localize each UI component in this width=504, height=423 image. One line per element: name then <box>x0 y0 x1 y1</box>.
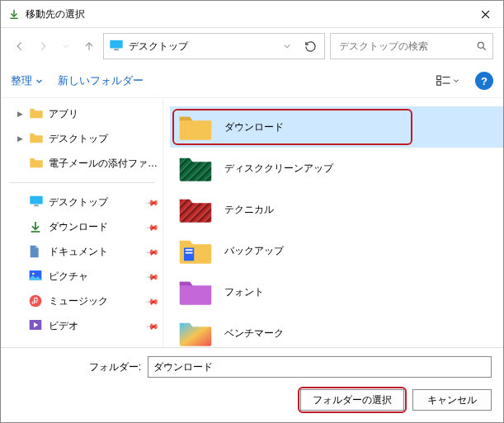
download-arrow-icon <box>7 7 21 21</box>
list-item[interactable]: バックアップ <box>170 230 503 271</box>
sidebar-pinned-item[interactable]: ▶ ビデオ 📌 <box>1 313 163 338</box>
pin-icon: 📌 <box>146 245 159 258</box>
cancel-label: キャンセル <box>427 394 477 406</box>
recent-locations-button[interactable] <box>57 35 75 58</box>
folder-icon <box>178 235 213 266</box>
refresh-button[interactable] <box>299 35 321 58</box>
address-dropdown[interactable] <box>280 35 294 58</box>
item-label: ディスククリーンアップ <box>224 162 333 176</box>
download-icon <box>29 220 44 233</box>
new-folder-label: 新しいフォルダー <box>58 73 144 88</box>
folder-icon <box>178 111 213 143</box>
svg-rect-7 <box>30 196 42 204</box>
sidebar-item-label: ミュージック <box>49 294 143 308</box>
chevron-down-icon <box>453 78 459 84</box>
organize-label: 整理 <box>11 73 32 88</box>
folder-name-row: フォルダー: <box>12 356 492 378</box>
list-item[interactable]: ベンチマーク <box>170 313 503 347</box>
navbar: デスクトップ <box>1 28 503 64</box>
sidebar-pinned-item[interactable]: ▶ ミュージック 📌 <box>1 289 163 313</box>
chevron-down-icon <box>35 78 43 85</box>
back-button[interactable] <box>11 35 29 58</box>
folder-icon <box>178 194 213 225</box>
sidebar-pinned-item[interactable]: ▶ デスクトップ 📌 <box>1 190 163 214</box>
folder-field-label: フォルダー: <box>12 360 141 374</box>
svg-point-2 <box>478 42 483 48</box>
folder-icon <box>29 132 44 145</box>
list-item[interactable]: ダウンロード <box>170 106 503 148</box>
sidebar-item-label: ピクチャ <box>49 270 143 284</box>
svg-rect-19 <box>186 252 193 254</box>
sidebar-item-label: ビデオ <box>49 319 143 333</box>
folder-name-input[interactable] <box>148 356 492 378</box>
svg-point-10 <box>32 273 35 275</box>
help-button[interactable]: ? <box>475 72 493 90</box>
window-title: 移動先の選択 <box>26 7 467 21</box>
sidebar-item-label: アプリ <box>49 107 158 121</box>
cancel-button[interactable]: キャンセル <box>412 389 492 411</box>
titlebar: 移動先の選択 <box>1 1 503 28</box>
sidebar-tree-item[interactable]: ▶ 電子メールの添付ファイル <box>1 151 163 176</box>
desktop-icon <box>29 195 44 209</box>
chevron-right-icon: ▶ <box>16 134 24 143</box>
folder-icon <box>178 317 213 347</box>
organize-button[interactable]: 整理 <box>11 73 43 88</box>
svg-rect-1 <box>114 49 119 50</box>
search-box[interactable] <box>330 33 493 59</box>
close-button[interactable] <box>467 1 503 27</box>
document-icon <box>29 245 44 258</box>
dialog-window: 移動先の選択 デスクトップ <box>0 0 504 423</box>
list-item[interactable]: ディスククリーンアップ <box>170 148 503 189</box>
sidebar-pinned-item[interactable]: ▶ ダウンロード 📌 <box>1 214 163 239</box>
address-bar[interactable]: デスクトップ <box>103 33 325 59</box>
sidebar-item-label: 電子メールの添付ファイル <box>49 157 158 171</box>
sidebar-item-label: ドキュメント <box>49 245 143 259</box>
item-label: ダウンロード <box>224 120 284 134</box>
chevron-right-icon: ▶ <box>16 110 24 118</box>
select-folder-button[interactable]: フォルダーの選択 <box>300 389 404 411</box>
file-list: ダウンロード ディスククリーンアップ テクニ <box>163 98 503 347</box>
forward-button[interactable] <box>34 35 52 58</box>
sidebar-item-label: デスクトップ <box>49 132 158 146</box>
pin-icon: 📌 <box>146 195 159 209</box>
pin-icon: 📌 <box>146 270 159 283</box>
folder-icon <box>178 153 213 184</box>
sidebar-tree-item[interactable]: ▶ デスクトップ <box>1 126 163 151</box>
sidebar-tree-item[interactable]: ▶ アプリ <box>1 101 163 126</box>
music-icon <box>29 294 44 308</box>
sidebar-separator <box>9 182 154 183</box>
pin-icon: 📌 <box>146 220 159 233</box>
sidebar-pinned-item[interactable]: ▶ ピクチャ 📌 <box>1 264 163 289</box>
svg-rect-18 <box>186 249 193 251</box>
footer: フォルダー: フォルダーの選択 キャンセル <box>1 347 503 422</box>
body: ▶ アプリ ▶ デスクトップ ▶ 電子メールの添付ファイル ▶ デスクトップ 📌 <box>1 97 503 347</box>
folder-icon <box>178 276 213 308</box>
list-item[interactable]: テクニカル <box>170 189 503 230</box>
svg-rect-4 <box>437 82 441 86</box>
folder-icon <box>29 107 44 120</box>
item-label: テクニカル <box>224 203 274 217</box>
new-folder-button[interactable]: 新しいフォルダー <box>58 73 144 88</box>
item-label: バックアップ <box>224 244 284 258</box>
search-input[interactable] <box>337 40 474 53</box>
sidebar-item-label: デスクトップ <box>49 195 143 209</box>
toolbar: 整理 新しいフォルダー ? <box>1 64 503 97</box>
search-icon <box>474 39 489 54</box>
item-label: フォント <box>224 285 264 299</box>
pin-icon: 📌 <box>146 319 159 332</box>
button-row: フォルダーの選択 キャンセル <box>12 389 492 411</box>
view-mode-button[interactable] <box>436 69 460 92</box>
sidebar-pinned-item[interactable]: ▶ ドキュメント 📌 <box>1 239 163 264</box>
sidebar-item-label: ダウンロード <box>49 220 143 234</box>
sidebar: ▶ アプリ ▶ デスクトップ ▶ 電子メールの添付ファイル ▶ デスクトップ 📌 <box>1 98 163 347</box>
up-button[interactable] <box>80 35 98 58</box>
video-icon <box>29 319 44 332</box>
svg-rect-0 <box>110 40 122 49</box>
list-item[interactable]: フォント <box>170 271 503 313</box>
pictures-icon <box>29 270 44 283</box>
address-text: デスクトップ <box>129 40 275 54</box>
item-label: ベンチマーク <box>224 327 284 341</box>
folder-icon <box>29 157 44 170</box>
svg-rect-8 <box>34 204 39 206</box>
pin-icon: 📌 <box>146 294 159 308</box>
